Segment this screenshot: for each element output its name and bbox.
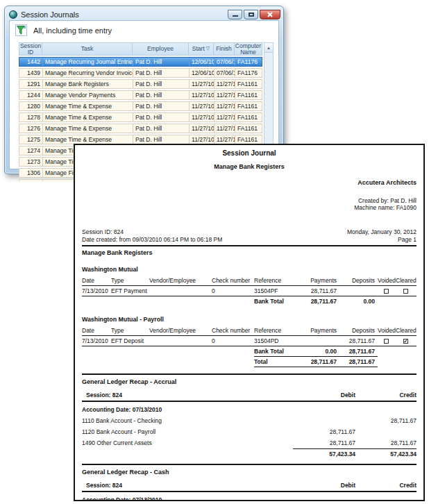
session-id-cell: 1244 bbox=[19, 91, 43, 99]
column-header-finish[interactable]: Finish bbox=[214, 42, 235, 56]
gl-accounting-date: Accounting Date: 07/13/2010 bbox=[82, 496, 417, 501]
report-title: Session Journal bbox=[82, 149, 417, 157]
reference-cell: 31504PD bbox=[254, 336, 294, 346]
gl-credit-header: Credit bbox=[355, 392, 417, 398]
gl-total-credit: 57,423.34 bbox=[355, 448, 417, 457]
session-id-cell: 1273 bbox=[19, 158, 43, 166]
gl-section-title: General Ledger Recap - Cash bbox=[82, 465, 417, 476]
table-row[interactable]: 1280Manage Time & ExpensePat D. Hill11/2… bbox=[19, 101, 262, 111]
bank-column-check-number: Check number bbox=[212, 276, 254, 285]
employee-cell: Pat D. Hill bbox=[133, 69, 190, 77]
filter-funnel-icon[interactable] bbox=[15, 24, 27, 36]
table-row[interactable]: 1442Manage Recurring Journal EntriesPat … bbox=[19, 57, 262, 67]
divider bbox=[82, 401, 417, 402]
deposits-cell: 28,711.67 bbox=[339, 336, 378, 346]
computer-cell: FA1161 bbox=[235, 91, 263, 99]
column-header-session-id[interactable]: Session ID bbox=[19, 42, 42, 56]
bank-column-date: Date bbox=[82, 326, 111, 335]
title-bar[interactable]: Session Journals bbox=[5, 6, 283, 21]
bank-account-name: Washington Mutual bbox=[82, 266, 417, 273]
gl-credit-value bbox=[355, 428, 417, 435]
column-label: Task bbox=[81, 46, 93, 52]
session-id-cell: 1278 bbox=[19, 113, 43, 121]
column-header-start[interactable]: Start▽ bbox=[189, 42, 214, 56]
scroll-up-button[interactable]: ▲ bbox=[264, 43, 273, 53]
minimize-button[interactable] bbox=[228, 10, 242, 19]
payments-cell bbox=[294, 336, 339, 346]
task-cell: Manage Time & Expense bbox=[43, 124, 133, 133]
page-number: Page 1 bbox=[347, 236, 417, 244]
table-row[interactable]: 1439Manage Recurring Vendor InvoicesPat … bbox=[19, 68, 262, 78]
table-row[interactable]: 1278Manage Time & ExpensePat D. Hill11/2… bbox=[19, 112, 262, 122]
table-row[interactable]: 1276Manage Time & ExpensePat D. Hill11/2… bbox=[19, 124, 262, 133]
session-id-cell: 1276 bbox=[19, 124, 43, 133]
gl-debit-value: 28,711.67 bbox=[293, 428, 355, 435]
finish-cell: 11/27/1.. bbox=[214, 102, 235, 110]
gl-debit-value bbox=[293, 417, 355, 424]
session-table-header: Session IDTaskEmployeeStart▽FinishComput… bbox=[19, 42, 262, 56]
bank-transaction-row: 7/13/2010EFT Deposit031504PD28,711.67✓ bbox=[82, 336, 417, 346]
finish-cell: 07/06/1.. bbox=[214, 58, 235, 66]
maximize-button[interactable] bbox=[244, 10, 258, 19]
task-cell: Manage Bank Registers bbox=[43, 80, 133, 88]
bank-table-header: DateTypeVendor/EmployeeCheck numberRefer… bbox=[82, 276, 417, 286]
reference-cell: 31504PF bbox=[254, 286, 294, 296]
bank-column-deposits: Deposits bbox=[339, 326, 378, 335]
session-journal-report: Session Journal Manage Bank Registers Ac… bbox=[74, 144, 425, 501]
gl-account-row: 1490 Other Current Assets28,711.6728,711… bbox=[82, 439, 417, 446]
task-cell: Manage Time & Expense bbox=[43, 102, 133, 110]
bank-column-reference: Reference bbox=[254, 276, 294, 285]
gl-account-name: 1110 Bank Account - Checking bbox=[82, 417, 293, 424]
date-cell: 7/13/2010 bbox=[82, 286, 111, 296]
table-row[interactable]: 1244Manage Vendor PaymentsPat D. Hill11/… bbox=[19, 90, 262, 100]
cleared-checkbox: ✓ bbox=[403, 339, 408, 344]
bank-total-row: Bank Total28,711.670.00 bbox=[82, 296, 417, 306]
date-cell: 7/13/2010 bbox=[82, 336, 111, 346]
app-icon bbox=[9, 10, 17, 19]
total-label: Bank Total bbox=[254, 296, 294, 306]
total-label: Total bbox=[254, 357, 294, 367]
window-title: Session Journals bbox=[21, 10, 224, 19]
total-label: Bank Total bbox=[254, 346, 294, 357]
bank-column-date: Date bbox=[82, 276, 111, 285]
finish-cell: 11/27/1.. bbox=[214, 124, 235, 133]
gl-debit-header: Debit bbox=[293, 392, 355, 398]
task-cell: Manage Vendor Payments bbox=[43, 91, 133, 99]
column-header-task[interactable]: Task bbox=[42, 42, 133, 56]
column-header-employee[interactable]: Employee bbox=[133, 42, 189, 56]
table-row[interactable]: 1275Manage Time & ExpensePat D. Hill11/2… bbox=[19, 135, 262, 144]
bank-column-cleared: Cleared bbox=[396, 326, 417, 335]
session-id-cell: 1274 bbox=[19, 146, 43, 155]
divider bbox=[82, 245, 417, 246]
payments-cell: 28,711.67 bbox=[294, 286, 339, 296]
type-cell: EFT Payment bbox=[111, 286, 149, 296]
total-payments: 28,711.67 bbox=[294, 296, 339, 306]
bank-column-voided: Voided bbox=[378, 326, 396, 335]
check-number-cell: 0 bbox=[212, 286, 254, 296]
session-id-cell: 1291 bbox=[19, 80, 43, 88]
gl-credit-header: Credit bbox=[355, 482, 417, 489]
voided-checkbox bbox=[384, 289, 389, 294]
gl-credit-value: 28,711.67 bbox=[355, 417, 417, 424]
bank-column-payments: Payments bbox=[294, 326, 339, 335]
deposits-cell bbox=[339, 286, 378, 296]
gl-total-debit: 57,423.34 bbox=[293, 448, 355, 457]
vendor-cell bbox=[149, 336, 212, 346]
total-payments: 28,711.67 bbox=[294, 357, 339, 367]
column-header-computer-name[interactable]: Computer Name bbox=[235, 42, 262, 56]
report-subtitle: Manage Bank Registers bbox=[82, 163, 417, 170]
gl-account-row: 1110 Bank Account - Checking28,711.67 bbox=[82, 417, 417, 424]
bank-column-vendor-employee: Vendor/Employee bbox=[149, 276, 212, 285]
close-button[interactable] bbox=[260, 10, 280, 19]
gl-debit-header: Debit bbox=[293, 482, 355, 489]
table-row[interactable]: 1291Manage Bank RegistersPat D. Hill11/2… bbox=[19, 79, 262, 89]
employee-cell: Pat D. Hill bbox=[133, 91, 190, 99]
filter-label: All, including time entry bbox=[33, 26, 112, 35]
toolbar: All, including time entry bbox=[10, 21, 278, 38]
session-id: Session ID: 824 bbox=[82, 228, 222, 236]
machine-name: Machine name: FA1090 bbox=[82, 204, 417, 211]
gl-sections-host: General Ledger Recap - AccrualSession: 8… bbox=[82, 375, 417, 501]
column-label: Computer Name bbox=[235, 43, 261, 55]
minimize-icon bbox=[233, 15, 238, 17]
bank-total-row: Total28,711.6728,711.67 bbox=[82, 357, 417, 367]
